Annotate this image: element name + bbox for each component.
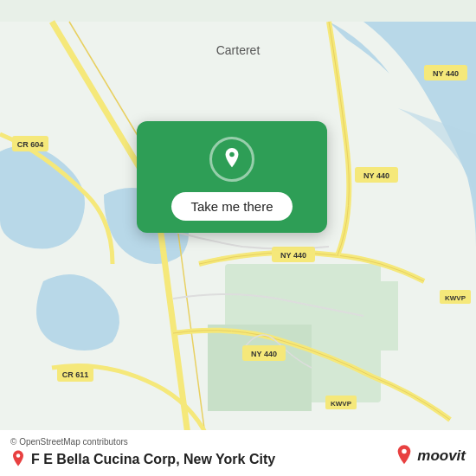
take-me-there-button[interactable]: Take me there [171, 192, 292, 221]
location-name: F E Bella Cucina Corp, New York City [31, 452, 275, 467]
moovit-logo: moovit [395, 445, 466, 467]
map-container: CR 604 NY 440 NY 440 NY 440 NY 440 CR 61… [0, 0, 476, 476]
map-background: CR 604 NY 440 NY 440 NY 440 NY 440 CR 61… [0, 0, 476, 476]
svg-text:CR 604: CR 604 [17, 140, 44, 149]
svg-text:NY 440: NY 440 [251, 350, 277, 358]
bottom-location-pin-icon [10, 450, 26, 469]
popup-card: Take me there [137, 121, 327, 233]
location-icon-wrapper [209, 137, 254, 182]
bottom-bar: © OpenStreetMap contributors F E Bella C… [0, 430, 476, 476]
svg-text:KWVP: KWVP [331, 400, 352, 408]
svg-text:CR 611: CR 611 [62, 370, 89, 379]
svg-rect-3 [312, 281, 398, 351]
svg-text:NY 440: NY 440 [433, 69, 459, 78]
svg-text:Carteret: Carteret [216, 43, 261, 57]
svg-point-22 [16, 453, 21, 458]
svg-point-21 [229, 152, 235, 158]
location-pin-icon [221, 148, 243, 170]
svg-point-23 [402, 449, 408, 454]
svg-text:NY 440: NY 440 [363, 171, 389, 180]
svg-text:KWVP: KWVP [445, 294, 466, 302]
moovit-pin-icon [395, 445, 414, 467]
svg-text:NY 440: NY 440 [280, 251, 306, 260]
moovit-label: moovit [417, 447, 466, 465]
